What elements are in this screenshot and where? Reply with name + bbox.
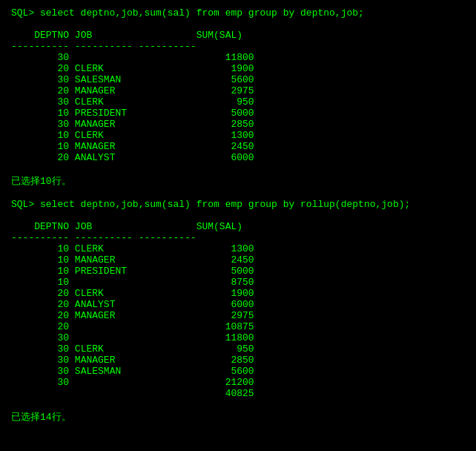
q1-row5: 30 CLERK 950 xyxy=(57,96,254,108)
q2-row2: 10 MANAGER 2450 xyxy=(57,254,254,266)
q2-header: DEPTNO JOB SUM(SAL) xyxy=(34,221,242,232)
q1-row1: 30 11800 xyxy=(57,52,254,63)
q1-row2: 20 CLERK 1900 xyxy=(57,63,254,74)
q2-row7: 20 MANAGER 2975 xyxy=(57,310,254,321)
query2-prompt: SQL> select deptno,job,sum(sal) from emp… xyxy=(11,199,410,210)
q2-status: 已选择14行。 xyxy=(11,412,71,423)
q2-row14: 40825 xyxy=(57,388,254,399)
q1-row4: 20 MANAGER 2975 xyxy=(57,85,254,96)
q2-row10: 30 CLERK 950 xyxy=(57,343,254,355)
q2-divider: ---------- ---------- ---------- xyxy=(11,232,196,243)
q1-row7: 30 MANAGER 2850 xyxy=(57,119,254,130)
q1-row10: 20 ANALYST 6000 xyxy=(57,152,254,163)
q2-row3: 10 PRESIDENT 5000 xyxy=(57,266,254,277)
q1-divider: ---------- ---------- ---------- xyxy=(11,41,196,52)
query1-prompt: SQL> select deptno,job,sum(sal) from emp… xyxy=(11,7,364,19)
q2-row11: 30 MANAGER 2850 xyxy=(57,355,254,366)
q2-row9: 30 11800 xyxy=(57,332,254,343)
q1-status: 已选择10行。 xyxy=(11,176,71,187)
terminal-content: SQL> select deptno,job,sum(sal) from emp… xyxy=(11,7,465,424)
q2-row1: 10 CLERK 1300 xyxy=(57,243,254,254)
q1-row3: 30 SALESMAN 5600 xyxy=(57,74,254,85)
q1-header-deptno: DEPTNO JOB SUM(SAL) xyxy=(34,30,242,41)
q2-row12: 30 SALESMAN 5600 xyxy=(57,366,254,377)
q1-row6: 10 PRESIDENT 5000 xyxy=(57,108,254,119)
q2-row5: 20 CLERK 1900 xyxy=(57,288,254,299)
q2-row6: 20 ANALYST 6000 xyxy=(57,299,254,310)
q2-row8: 20 10875 xyxy=(57,321,254,332)
q2-row4: 10 8750 xyxy=(57,277,254,288)
q2-row13: 30 21200 xyxy=(57,377,254,388)
q1-row9: 10 MANAGER 2450 xyxy=(57,141,254,152)
q1-row8: 10 CLERK 1300 xyxy=(57,130,254,141)
